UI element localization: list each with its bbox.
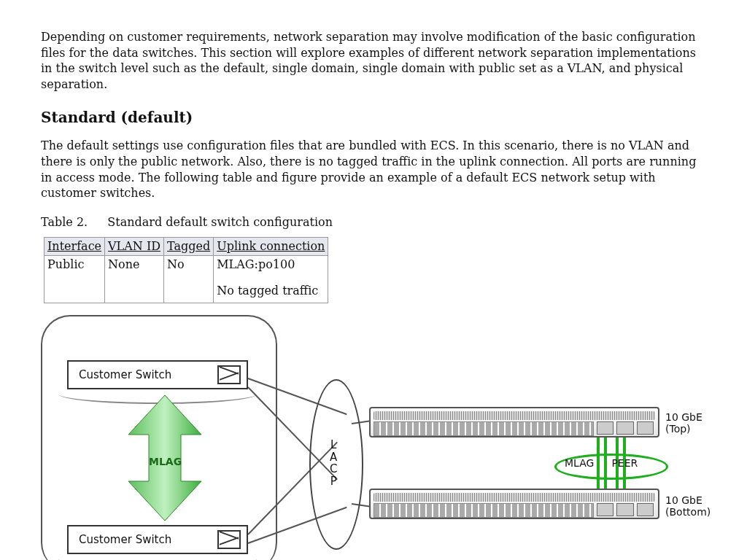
config-table: Interface VLAN ID Tagged Uplink connecti… bbox=[44, 237, 328, 303]
customer-switch-bottom-label: Customer Switch bbox=[79, 532, 171, 547]
gbe-top-label: 10 GbE (Top) bbox=[665, 411, 703, 435]
rack-switch-bottom bbox=[369, 489, 659, 519]
table-caption: Table 2. Standard default switch configu… bbox=[41, 214, 706, 230]
switch-icon bbox=[217, 365, 241, 384]
switch-icon bbox=[217, 530, 241, 549]
switch-vent-icon bbox=[374, 493, 655, 502]
table-header-row: Interface VLAN ID Tagged Uplink connecti… bbox=[44, 238, 328, 256]
cell-tagged: No bbox=[164, 255, 214, 303]
cell-uplink-line2: No tagged traffic bbox=[217, 283, 325, 299]
cell-uplink: MLAG:po100 No tagged traffic bbox=[214, 255, 328, 303]
mlag-peer-label: MLAGPEER bbox=[565, 456, 638, 470]
lacp-label: LACP bbox=[330, 439, 337, 487]
customer-switch-bottom: Customer Switch bbox=[67, 525, 248, 554]
network-diagram: Customer Switch MLAG Customer Switch LAC… bbox=[41, 315, 706, 560]
customer-switch-top: Customer Switch bbox=[67, 360, 248, 389]
col-tagged: Tagged bbox=[164, 238, 214, 256]
switch-ports-icon bbox=[374, 421, 594, 436]
section-heading: Standard (default) bbox=[41, 108, 706, 128]
switch-ports-icon bbox=[374, 503, 594, 518]
table-row: Public None No MLAG:po100 No tagged traf… bbox=[44, 255, 328, 303]
cell-interface: Public bbox=[44, 255, 105, 303]
customer-switch-bottom-shadow bbox=[58, 556, 257, 560]
switch-mgmt-icon bbox=[597, 421, 654, 435]
customer-switch-top-label: Customer Switch bbox=[79, 368, 171, 382]
col-interface: Interface bbox=[44, 238, 105, 256]
switch-mgmt-icon bbox=[597, 503, 654, 516]
cell-vlan-id: None bbox=[105, 255, 164, 303]
cell-uplink-line1: MLAG:po100 bbox=[217, 257, 325, 273]
intro-paragraph: Depending on customer requirements, netw… bbox=[41, 29, 706, 92]
section-body: The default settings use configuration f… bbox=[41, 138, 706, 201]
col-vlan-id: VLAN ID bbox=[105, 238, 164, 256]
gbe-bottom-label: 10 GbE (Bottom) bbox=[665, 494, 711, 518]
switch-vent-icon bbox=[374, 411, 655, 420]
col-uplink: Uplink connection bbox=[214, 238, 328, 256]
table-number: Table 2. bbox=[41, 215, 88, 229]
rack-switch-top bbox=[369, 407, 659, 438]
table-title: Standard default switch configuration bbox=[107, 215, 333, 229]
mlag-label: MLAG bbox=[149, 455, 182, 469]
